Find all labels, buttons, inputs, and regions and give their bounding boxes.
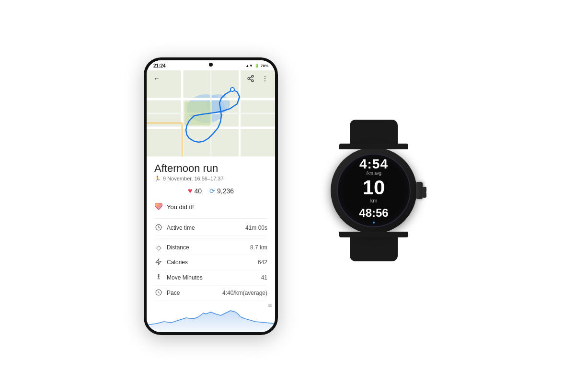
activity-title: Afternoon run: [154, 162, 267, 175]
achievement-icon: [154, 202, 163, 213]
achievement-text: You did it!: [167, 203, 194, 211]
active-time-left: Active time: [154, 224, 195, 232]
battery-percent: 70%: [261, 64, 268, 68]
watch-distance-label: km: [370, 198, 378, 203]
chart-area: 30 15: [147, 303, 275, 332]
steps-stat: ⟳ 9,236: [209, 187, 234, 195]
svg-point-14: [252, 75, 253, 77]
calories-label: Calories: [167, 259, 188, 266]
calories-row: Calories 642: [154, 255, 267, 270]
svg-line-18: [250, 77, 252, 78]
chart-label-30: 30: [268, 303, 272, 308]
more-icon: ⋮: [262, 75, 268, 82]
watch-device: 4:54 /km avg 10 km 48:56: [316, 120, 431, 273]
clock-icon: [154, 224, 163, 232]
steps-icon: ⟳: [209, 187, 215, 195]
svg-point-16: [252, 79, 253, 81]
heart-icon: ♥: [188, 187, 193, 195]
divider-2: [154, 238, 267, 238]
distance-value: 8.7 km: [250, 244, 267, 251]
move-minutes-value: 41: [261, 274, 267, 281]
divider-1: [154, 218, 267, 219]
status-icons: ▲▼ 🔋 70%: [245, 64, 268, 68]
share-button[interactable]: [245, 73, 256, 84]
svg-point-20: [158, 274, 159, 275]
more-button[interactable]: ⋮: [260, 73, 270, 84]
watch-pace: 4:54: [359, 157, 388, 171]
watch-crown: [416, 182, 423, 199]
map-area: ← ⋮: [147, 70, 275, 157]
date-text: 9 November, 16:56–17:37: [163, 176, 224, 181]
walk-icon: [154, 274, 163, 282]
svg-point-15: [248, 78, 250, 79]
active-time-row: Active time 41m 00s: [154, 221, 267, 236]
pace-label: Pace: [167, 290, 180, 296]
battery-icon: 🔋: [254, 64, 259, 68]
calories-left: Calories: [154, 258, 188, 267]
back-icon: ←: [153, 75, 160, 82]
chart-label-15: 15: [268, 328, 272, 332]
move-minutes-row: Move Minutes 41: [154, 270, 267, 286]
activity-date: 🏃 9 November, 16:56–17:37: [154, 176, 267, 182]
run-icon: 🏃: [154, 176, 161, 182]
punch-hole: [209, 63, 213, 67]
chart-labels: 30 15: [268, 303, 272, 332]
pace-value: 4:40/km(average): [222, 290, 267, 296]
watch-dot: [373, 222, 375, 224]
pace-icon: [154, 289, 163, 297]
map-topbar: ← ⋮: [147, 70, 275, 87]
calories-value: 642: [258, 259, 267, 266]
phone-screen: 21:24 ▲▼ 🔋 70%: [147, 60, 275, 332]
phone-device: 21:24 ▲▼ 🔋 70%: [144, 57, 278, 335]
calories-icon: [154, 258, 163, 267]
move-minutes-left: Move Minutes: [154, 274, 203, 282]
svg-point-13: [231, 88, 234, 91]
scene: 21:24 ▲▼ 🔋 70%: [0, 0, 575, 392]
achievement-row: You did it!: [154, 201, 267, 213]
distance-label: Distance: [167, 244, 189, 251]
heart-stat: ♥ 40: [188, 187, 202, 195]
wifi-icon: ▲▼: [245, 64, 253, 68]
distance-row: ◇ Distance 8.7 km: [154, 240, 267, 255]
distance-left: ◇ Distance: [154, 244, 189, 251]
active-time-label: Active time: [167, 224, 195, 231]
status-bar: 21:24 ▲▼ 🔋 70%: [147, 60, 275, 70]
steps-count: 9,236: [217, 187, 234, 195]
stats-row: ♥ 40 ⟳ 9,236: [154, 187, 267, 195]
back-button[interactable]: ←: [151, 73, 162, 84]
distance-icon: ◇: [154, 244, 163, 251]
move-minutes-label: Move Minutes: [167, 274, 203, 281]
watch-case: 4:54 /km avg 10 km 48:56: [331, 147, 417, 234]
watch-time: 48:56: [359, 207, 388, 219]
heart-count: 40: [194, 187, 202, 195]
map-actions: ⋮: [245, 73, 270, 84]
pace-left: Pace: [154, 289, 180, 297]
watch-face: 4:54 /km avg 10 km 48:56: [337, 154, 411, 227]
svg-line-17: [250, 79, 252, 80]
watch-pace-label: /km avg: [366, 171, 381, 176]
status-time: 21:24: [153, 63, 166, 68]
activity-content: Afternoon run 🏃 9 November, 16:56–17:37 …: [147, 157, 275, 303]
pace-row: Pace 4:40/km(average): [154, 286, 267, 301]
active-time-value: 41m 00s: [245, 224, 267, 231]
watch-distance: 10: [363, 178, 385, 198]
